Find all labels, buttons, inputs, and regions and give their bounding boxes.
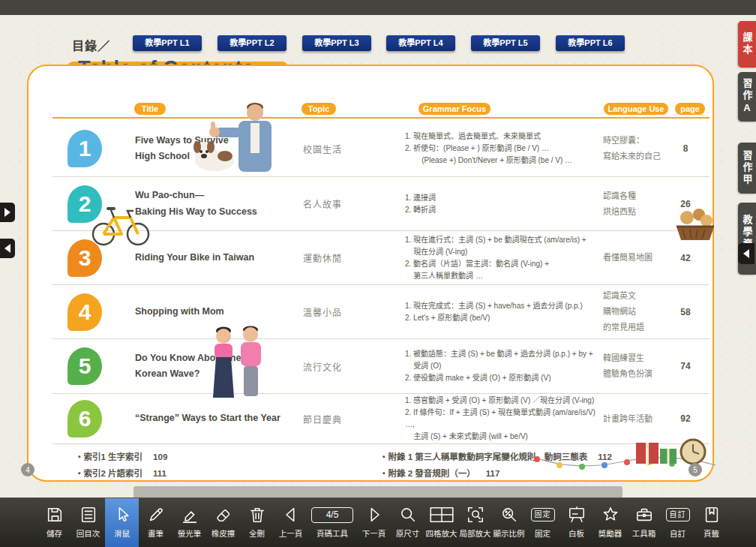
tool-mouse-label: 滑鼠 <box>114 527 130 539</box>
tool-toolbox[interactable]: 工具箱 <box>627 498 661 547</box>
tool-page-number[interactable]: 4/5 頁碼工具 <box>308 498 357 547</box>
ebook-page: 教學PPT L1 教學PPT L2 教學PPT L3 教學PPT L4 教學PP… <box>0 15 756 498</box>
page-indicator-box: 4/5 <box>311 503 353 526</box>
left-panel-expand-toggle[interactable] <box>0 203 15 222</box>
tool-previous-page[interactable]: 上一頁 <box>274 498 308 547</box>
tool-page-number-label: 頁碼工具 <box>316 527 348 539</box>
magnifier-icon <box>399 503 417 526</box>
toc-row-unit4[interactable]: 4 Shopping with Mom 溫馨小品 1. 現在完成式：主詞 (S)… <box>28 285 712 338</box>
header-rule <box>52 117 710 119</box>
unit6-page: 92 <box>680 413 690 424</box>
tool-highlighter-label: 螢光筆 <box>178 527 202 539</box>
chevron-left-icon <box>4 244 10 253</box>
top-dark-strip <box>0 0 756 15</box>
right-panel-collapse-toggle[interactable] <box>738 243 754 264</box>
side-tab-workbook-jia[interactable]: 習作甲 <box>738 143 756 194</box>
tool-four-grid-zoom-label: 四格放大 <box>426 527 458 539</box>
unit5-page: 74 <box>680 361 690 371</box>
toc-row-unit5[interactable]: 5 Do You Know About the Korean Wave? 流行文… <box>28 339 712 393</box>
tool-page-tab[interactable]: 頁籤 <box>694 498 728 547</box>
pin-box-icon-text: 固定 <box>531 508 555 521</box>
tool-display-ratio[interactable]: 顯示比例 <box>492 498 526 547</box>
unit4-topic: 溫馨小品 <box>303 305 342 318</box>
highlighter-icon <box>181 503 199 526</box>
side-tab-workbook-a-label: 習作A <box>740 78 754 116</box>
page-number-right: 5 <box>688 463 702 476</box>
unit3-page: 42 <box>680 253 690 263</box>
tool-delete-all[interactable]: 全刪 <box>240 498 274 547</box>
ppt-button-l2[interactable]: 教學PPT L2 <box>218 35 286 51</box>
unit4-number-badge: 4 <box>68 293 102 331</box>
tool-reward[interactable]: 獎勵器 <box>593 498 627 547</box>
tool-custom[interactable]: 自訂 自訂 <box>661 498 694 547</box>
toc-list-icon <box>80 503 98 526</box>
tool-original-size[interactable]: 原尺寸 <box>391 498 424 547</box>
tool-back-to-toc[interactable]: 回目次 <box>71 498 105 547</box>
column-header-grammar: Grammar Focus <box>418 103 490 115</box>
index-2-page: 111 <box>153 469 166 478</box>
toc-row-unit1[interactable]: 1 Five Ways to Survive High School 校園生活 … <box>28 122 712 176</box>
tool-next-page[interactable]: 下一頁 <box>357 498 391 547</box>
ppt-button-l1[interactable]: 教學PPT L1 <box>133 35 202 51</box>
appendix-2-page: 117 <box>486 469 500 478</box>
tool-save[interactable]: 儲存 <box>38 498 71 547</box>
unit6-number-badge: 6 <box>68 400 102 437</box>
column-header-language: Language Use <box>604 103 668 115</box>
four-grid-icon <box>429 503 454 526</box>
index-1-page: 109 <box>153 452 167 461</box>
tool-mouse[interactable]: 滑鼠 <box>105 498 139 547</box>
unit2-language-use: 認識各種 烘焙西點 <box>603 188 636 220</box>
ppt-button-l5[interactable]: 教學PPT L5 <box>471 35 540 51</box>
pin-box-icon: 固定 <box>531 503 555 526</box>
page-bottom-edge <box>134 486 622 498</box>
side-tab-workbook-a[interactable]: 習作A <box>738 72 756 122</box>
unit6-language-use: 計畫跨年活動 <box>603 411 652 427</box>
tool-whiteboard[interactable]: 白板 <box>560 498 593 547</box>
index-1: ・索引1 生字索引109 <box>75 450 167 462</box>
index-2: ・索引2 片語索引111 <box>75 467 166 479</box>
tool-original-size-label: 原尺寸 <box>396 527 420 539</box>
appendix-2-label: ・附錄 2 發音規則（一） <box>380 469 476 478</box>
ppt-button-l4[interactable]: 教學PPT L4 <box>386 35 455 51</box>
tool-pin-label: 固定 <box>535 527 550 539</box>
index-2-label: ・索引2 片語索引 <box>75 469 142 478</box>
page-indicator[interactable]: 4/5 <box>311 507 353 523</box>
tool-area-zoom[interactable]: 局部放大 <box>458 498 492 547</box>
unit6-title: “Strange” Ways to Start the Year <box>135 410 280 426</box>
unit3-title: Riding Your Bike in Taiwan <box>135 250 254 266</box>
star-icon <box>602 503 620 526</box>
chevron-left-icon <box>743 249 749 258</box>
zoom-ratio-icon <box>500 503 518 526</box>
unit4-page: 58 <box>680 307 690 317</box>
unit2-grammar: 1. 連接詞 2. 轉折詞 <box>405 192 436 216</box>
tool-previous-page-label: 上一頁 <box>279 527 303 539</box>
unit5-topic: 流行文化 <box>303 360 342 373</box>
unit2-topic: 名人故事 <box>303 197 342 210</box>
bottom-toolbar: 儲存 回目次 滑鼠 畫筆 螢光筆 橡皮擦 全刪 上一頁 4/5 頁碼工具 下一頁 <box>0 497 756 547</box>
tool-four-grid-zoom[interactable]: 四格放大 <box>424 498 458 547</box>
tool-pen[interactable]: 畫筆 <box>139 498 172 547</box>
unit3-grammar: 1. 現在進行式：主詞 (S) + be 動詞現在式 (am/are/is) +… <box>405 234 586 282</box>
ppt-button-l6[interactable]: 教學PPT L6 <box>556 35 625 51</box>
column-header-topic: Topic <box>302 103 336 115</box>
chevron-right-icon <box>4 208 10 217</box>
side-tab-textbook[interactable]: 課本 <box>738 21 756 68</box>
unit2-title: Wu Pao-chun— Baking His Way to Success <box>135 188 257 220</box>
tool-pin[interactable]: 固定 固定 <box>526 498 560 547</box>
tool-highlighter[interactable]: 螢光筆 <box>172 498 206 547</box>
tool-custom-label: 自訂 <box>670 527 686 539</box>
tool-eraser[interactable]: 橡皮擦 <box>206 498 240 547</box>
ppt-button-l3[interactable]: 教學PPT L3 <box>302 35 371 51</box>
unit5-grammar: 1. 被動語態：主詞 (S) + be 動詞 + 過去分詞 (p.p.) + b… <box>405 348 593 384</box>
tool-display-ratio-label: 顯示比例 <box>494 527 525 539</box>
bread-basket-photo <box>672 204 718 245</box>
save-icon <box>46 503 64 526</box>
unit4-title: Shopping with Mom <box>135 304 224 320</box>
tool-area-zoom-label: 局部放大 <box>460 527 491 539</box>
unit3-topic: 運動休閒 <box>303 251 342 264</box>
unit1-language-use: 時空膠囊： 寫給未來的自己 <box>603 133 661 164</box>
tool-save-label: 儲存 <box>46 527 62 539</box>
side-tab-workbook-jia-label: 習作甲 <box>740 150 754 186</box>
tool-eraser-label: 橡皮擦 <box>212 527 236 539</box>
left-panel-collapse-toggle[interactable] <box>0 239 15 258</box>
